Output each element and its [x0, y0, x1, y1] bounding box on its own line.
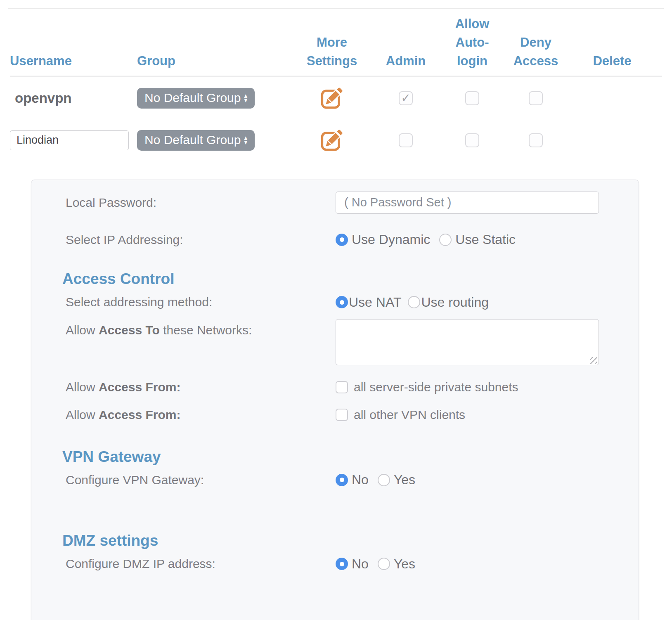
use-dynamic-radio[interactable]	[336, 234, 348, 246]
group-select[interactable]: No Default Group	[137, 130, 255, 151]
vpn-gateway-yes-radio[interactable]	[378, 474, 390, 486]
more-settings-button[interactable]	[320, 86, 344, 110]
access-to-label: Allow Access To these Networks:	[66, 319, 336, 338]
ip-addressing-label: Select IP Addressing:	[66, 232, 336, 248]
label-text: Allow	[66, 408, 99, 421]
vpn-gateway-heading: VPN Gateway	[62, 448, 599, 466]
use-routing-radio[interactable]	[408, 296, 420, 308]
configure-dmz-label: Configure DMZ IP address:	[66, 556, 336, 572]
table-header: Username Group More Settings Admin Allow…	[10, 9, 662, 76]
label-text: Allow	[66, 380, 99, 394]
use-dynamic-label: Use Dynamic	[352, 232, 430, 247]
use-nat-label: Use NAT	[349, 295, 401, 310]
up-down-arrows-icon	[243, 93, 248, 102]
label-bold-text: Access To	[99, 323, 160, 337]
other-vpn-clients-label: all other VPN clients	[354, 408, 465, 422]
use-static-label: Use Static	[455, 232, 516, 247]
use-nat-radio[interactable]	[336, 296, 348, 308]
label-bold-text: Access From:	[99, 408, 180, 421]
local-password-input[interactable]	[336, 192, 599, 214]
edit-icon	[320, 86, 344, 110]
vpn-gateway-yes-label: Yes	[394, 472, 415, 487]
dmz-no-radio[interactable]	[336, 558, 348, 570]
server-side-subnets-label: all server-side private subnets	[354, 380, 518, 394]
deny-access-checkbox[interactable]	[529, 133, 543, 147]
group-select[interactable]: No Default Group	[137, 88, 255, 109]
configure-dmz-row: Configure DMZ IP address: No Yes	[66, 556, 599, 572]
label-text: these Networks:	[160, 323, 252, 337]
ip-addressing-row: Select IP Addressing: Use Dynamic Use St…	[66, 232, 599, 248]
local-password-row: Local Password:	[66, 192, 599, 214]
col-header-allow-autologin: Allow Auto-login	[446, 15, 499, 76]
allow-autologin-checkbox[interactable]	[465, 91, 479, 105]
col-header-group: Group	[137, 52, 298, 76]
access-control-heading: Access Control	[62, 270, 599, 288]
col-header-more-settings: More Settings	[298, 33, 366, 76]
use-routing-label: Use routing	[421, 295, 489, 310]
col-header-username: Username	[10, 52, 137, 76]
label-text: Allow	[66, 323, 99, 337]
access-to-networks-row: Allow Access To these Networks:	[66, 319, 599, 367]
more-settings-button[interactable]	[320, 128, 344, 152]
resize-grip-icon[interactable]	[590, 357, 597, 364]
up-down-arrows-icon	[243, 135, 248, 144]
use-static-radio[interactable]	[439, 234, 452, 246]
admin-checkbox[interactable]	[399, 133, 413, 147]
access-from-label: Allow Access From:	[66, 407, 336, 423]
group-select-value: No Default Group	[144, 91, 241, 105]
configure-vpn-gateway-row: Configure VPN Gateway: No Yes	[66, 472, 599, 488]
admin-checkbox[interactable]	[399, 91, 413, 105]
configure-vpn-gateway-label: Configure VPN Gateway:	[66, 472, 336, 488]
table-row: openvpn No Default Group	[10, 77, 662, 120]
col-header-deny-access: Deny Access	[499, 33, 573, 76]
new-username-input[interactable]	[10, 130, 129, 150]
edit-icon	[320, 128, 344, 152]
access-to-networks-textarea[interactable]	[336, 319, 599, 365]
dmz-settings-heading: DMZ settings	[62, 532, 599, 549]
vpn-gateway-no-label: No	[352, 472, 369, 487]
col-header-delete: Delete	[573, 52, 651, 76]
access-from-clients-row: Allow Access From: all other VPN clients	[66, 407, 599, 423]
addressing-method-row: Select addressing method: Use NAT Use ro…	[66, 294, 599, 310]
local-password-label: Local Password:	[66, 195, 336, 211]
dmz-yes-label: Yes	[394, 556, 415, 572]
server-side-subnets-checkbox[interactable]	[336, 381, 348, 393]
label-bold-text: Access From:	[99, 380, 180, 394]
deny-access-checkbox[interactable]	[529, 91, 543, 105]
other-vpn-clients-checkbox[interactable]	[336, 409, 348, 421]
allow-autologin-checkbox[interactable]	[465, 133, 479, 147]
dmz-yes-radio[interactable]	[378, 558, 390, 570]
dmz-no-label: No	[352, 556, 369, 572]
access-from-subnets-row: Allow Access From: all server-side priva…	[66, 379, 599, 395]
addressing-method-label: Select addressing method:	[66, 294, 336, 310]
username-text: openvpn	[10, 90, 72, 106]
access-from-label: Allow Access From:	[66, 379, 336, 395]
user-permissions-table: Username Group More Settings Admin Allow…	[10, 9, 662, 161]
group-select-value: No Default Group	[144, 133, 241, 147]
table-row: No Default Group	[10, 120, 662, 161]
col-header-admin: Admin	[366, 52, 446, 76]
vpn-gateway-no-radio[interactable]	[336, 474, 348, 486]
user-settings-panel: Local Password: Select IP Addressing: Us…	[31, 180, 639, 620]
